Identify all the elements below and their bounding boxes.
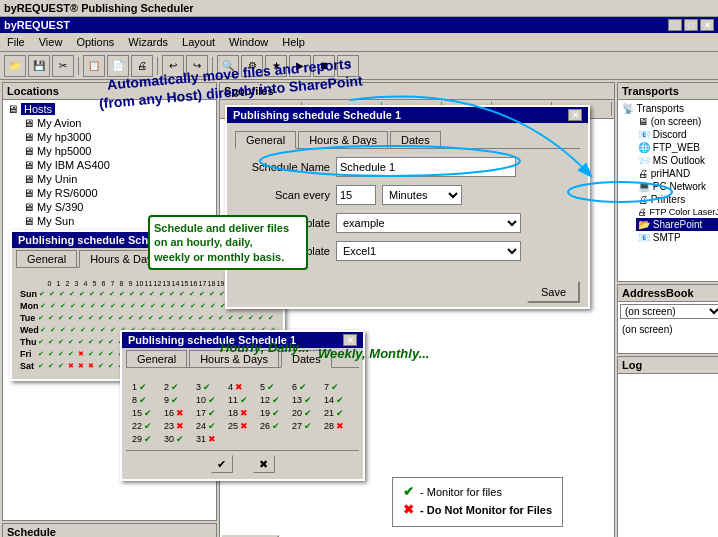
tree-item-rs6000[interactable]: 🖥 My RS/6000 xyxy=(21,186,214,200)
minimize-button[interactable]: _ xyxy=(668,19,682,31)
transport-smtp[interactable]: 📧 SMTP xyxy=(636,231,718,244)
cal-day-9[interactable]: 9✔ xyxy=(164,395,193,405)
cal-day-10[interactable]: 10✔ xyxy=(196,395,225,405)
tb-btn-7[interactable]: ↩ xyxy=(162,55,184,77)
cal-day-19[interactable]: 19✔ xyxy=(260,408,289,418)
monitor-label: - Monitor for files xyxy=(420,486,502,498)
cal-day-1[interactable]: 1✔ xyxy=(132,382,161,392)
scan-every-unit[interactable]: Minutes Hours Days xyxy=(382,185,462,205)
sched2-content: General Hours & Days Dates 1✔2✔3✔4✖5✔6✔7… xyxy=(122,348,363,479)
cal-day-15[interactable]: 15✔ xyxy=(132,408,161,418)
cal-day-7[interactable]: 7✔ xyxy=(324,382,353,392)
calendar-ok-button[interactable]: ✔ xyxy=(211,455,233,473)
menu-help[interactable]: Help xyxy=(279,35,308,49)
close-button[interactable]: ✕ xyxy=(700,19,714,31)
tb-btn-1[interactable]: 📁 xyxy=(4,55,26,77)
cal-day-18[interactable]: 18✖ xyxy=(228,408,257,418)
cal-day-17[interactable]: 17✔ xyxy=(196,408,225,418)
cal-day-11[interactable]: 11✔ xyxy=(228,395,257,405)
cal-day-21[interactable]: 21✔ xyxy=(324,408,353,418)
cal-day-25[interactable]: 25✖ xyxy=(228,421,257,431)
transport-printers[interactable]: 🖨 Printers xyxy=(636,193,718,206)
sched1-tab-hours[interactable]: Hours & Days xyxy=(79,250,169,268)
menu-window[interactable]: Window xyxy=(226,35,271,49)
cal-day-12[interactable]: 12✔ xyxy=(260,395,289,405)
tree-item-avion[interactable]: 🖥 My Avion xyxy=(21,116,214,130)
menu-layout[interactable]: Layout xyxy=(179,35,218,49)
transport-discord[interactable]: 📧 Discord xyxy=(636,128,718,141)
schedule-name-input[interactable] xyxy=(336,157,516,177)
transport-pcnetwork[interactable]: 💻 PC Network xyxy=(636,180,718,193)
cal-day-31[interactable]: 31✖ xyxy=(196,434,225,444)
tb-btn-6[interactable]: 🖨 xyxy=(131,55,153,77)
cal-day-29[interactable]: 29✔ xyxy=(132,434,161,444)
cal-day-16[interactable]: 16✖ xyxy=(164,408,193,418)
spoofiles-footer: Spoofiles xyxy=(220,532,614,537)
tree-item-hp3000[interactable]: 🖥 My hp3000 xyxy=(21,130,214,144)
tree-root-label[interactable]: Hosts xyxy=(21,103,55,115)
cal-day-28[interactable]: 28✖ xyxy=(324,421,353,431)
cal-day-14[interactable]: 14✔ xyxy=(324,395,353,405)
maximize-button[interactable]: □ xyxy=(684,19,698,31)
address-select[interactable]: (on screen) xyxy=(620,304,718,319)
tree-item-s390[interactable]: 🖥 My S/390 xyxy=(21,200,214,214)
menu-file[interactable]: File xyxy=(4,35,28,49)
transport-tree[interactable]: 📡 Transports 🖥 (on screen) 📧 Discord 🌐 F… xyxy=(618,100,718,281)
transport-sharepoint[interactable]: 📂 SharePoint xyxy=(636,218,718,231)
tb-btn-13[interactable]: ⏹ xyxy=(313,55,335,77)
tree-item-as400[interactable]: 🖥 My IBM AS400 xyxy=(21,158,214,172)
tb-btn-12[interactable]: ▶ xyxy=(289,55,311,77)
calendar-cancel-button[interactable]: ✖ xyxy=(253,455,275,473)
save-button[interactable]: Save xyxy=(527,281,580,303)
menu-wizards[interactable]: Wizards xyxy=(125,35,171,49)
transport-root[interactable]: 📡 Transports xyxy=(620,102,718,115)
cal-day-2[interactable]: 2✔ xyxy=(164,382,193,392)
transport-prihand[interactable]: 🖨 priHAND xyxy=(636,167,718,180)
transport-ftpweb[interactable]: 🌐 FTP_WEB xyxy=(636,141,718,154)
menu-options[interactable]: Options xyxy=(73,35,117,49)
tb-separator-3 xyxy=(212,57,213,75)
cal-day-22[interactable]: 22✔ xyxy=(132,421,161,431)
cal-day-27[interactable]: 27✔ xyxy=(292,421,321,431)
cal-day-13[interactable]: 13✔ xyxy=(292,395,321,405)
cal-day-6[interactable]: 6✔ xyxy=(292,382,321,392)
cal-day-8[interactable]: 8✔ xyxy=(132,395,161,405)
cal-day-23[interactable]: 23✖ xyxy=(164,421,193,431)
tab-hours-days[interactable]: Hours & Days xyxy=(298,131,388,148)
no-monitor-label: - Do Not Monitor for Files xyxy=(420,504,552,516)
cal-day-26[interactable]: 26✔ xyxy=(260,421,289,431)
sched2-close[interactable]: ✕ xyxy=(343,334,357,346)
tree-root[interactable]: 🖥 Hosts xyxy=(5,102,214,116)
menu-view[interactable]: View xyxy=(36,35,66,49)
tb-btn-5[interactable]: 📄 xyxy=(107,55,129,77)
tb-btn-10[interactable]: ⚙ xyxy=(241,55,263,77)
post-template-select[interactable]: Excel1 none xyxy=(336,241,521,261)
tab-dates[interactable]: Dates xyxy=(390,131,441,148)
pre-template-select[interactable]: example none xyxy=(336,213,521,233)
cal-day-3[interactable]: 3✔ xyxy=(196,382,225,392)
sched2-tab-general[interactable]: General xyxy=(126,350,187,367)
transport-onscreen[interactable]: 🖥 (on screen) xyxy=(636,115,718,128)
sched1-tab-general[interactable]: General xyxy=(16,250,77,267)
cal-day-24[interactable]: 24✔ xyxy=(196,421,225,431)
sched1-tab-dates[interactable]: Dates xyxy=(171,250,222,267)
tab-general[interactable]: General xyxy=(235,131,296,149)
cal-day-20[interactable]: 20✔ xyxy=(292,408,321,418)
cal-day-30[interactable]: 30✔ xyxy=(164,434,193,444)
tb-btn-2[interactable]: 💾 xyxy=(28,55,50,77)
tb-btn-8[interactable]: ↪ xyxy=(186,55,208,77)
main-dialog-close[interactable]: ✕ xyxy=(568,109,582,121)
cal-day-5[interactable]: 5✔ xyxy=(260,382,289,392)
transport-msoutlook[interactable]: 📨 MS Outlook xyxy=(636,154,718,167)
transport-ftp-laserjet[interactable]: 🖨 FTP Color LaserJet 4550 PCL 5c xyxy=(636,206,718,218)
tb-btn-4[interactable]: 📋 xyxy=(83,55,105,77)
cal-day-4[interactable]: 4✖ xyxy=(228,382,257,392)
scan-every-input[interactable] xyxy=(336,185,376,205)
tb-btn-14[interactable]: ? xyxy=(337,55,359,77)
tree-item-sun[interactable]: 🖥 My Sun xyxy=(21,214,214,228)
tb-btn-3[interactable]: ✂ xyxy=(52,55,74,77)
tb-btn-9[interactable]: 🔍 xyxy=(217,55,239,77)
tree-item-hp5000[interactable]: 🖥 My hp5000 xyxy=(21,144,214,158)
tb-btn-11[interactable]: ★ xyxy=(265,55,287,77)
tree-item-unin[interactable]: 🖥 My Unin xyxy=(21,172,214,186)
